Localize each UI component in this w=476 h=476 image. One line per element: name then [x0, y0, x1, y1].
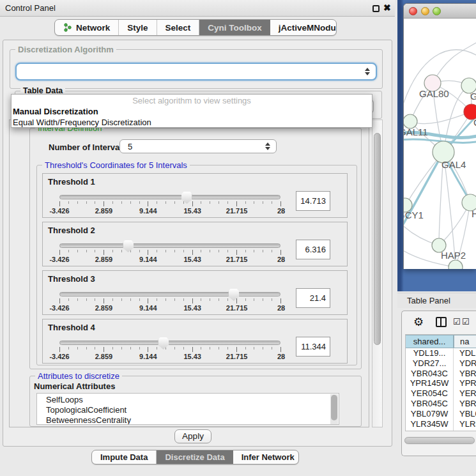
threshold-3-value-field[interactable]: 21.4 [296, 288, 330, 308]
table-row: YER054CYER0 [406, 388, 476, 399]
threshold-1-value-field[interactable]: 14.713 [296, 191, 330, 211]
list-scrollbar[interactable] [330, 394, 338, 424]
cyni-bottom-tabs: Impute Data Discretize Data Infer Networ… [91, 450, 299, 464]
algorithm-combobox[interactable] [15, 63, 377, 81]
table-row: YBR043CYBR0 [406, 369, 476, 379]
list-item[interactable]: SelfLoops [37, 395, 339, 405]
network-window-titlebar[interactable] [404, 4, 476, 19]
node-label-hap2: HAP2 [441, 250, 466, 261]
tab-network[interactable]: Network [55, 20, 119, 35]
table-header-row: shared... na [406, 335, 476, 348]
float-window-icon[interactable] [372, 5, 380, 12]
threshold-4-value-field[interactable]: 11.344 [296, 337, 330, 357]
tab-style[interactable]: Style [119, 20, 157, 35]
attributes-to-discretize-group: Attributes to discretize Numerical Attri… [29, 376, 362, 427]
select-none-checkbox-icon[interactable]: ☑ [462, 317, 470, 326]
tab-select[interactable]: Select [157, 20, 200, 35]
discretization-algorithm-group-title: Discretization Algorithm [15, 45, 116, 54]
slider-ticks [59, 201, 281, 206]
threshold-1-slider: -3.4262.8599.14415.4321.71528 [59, 195, 281, 215]
node-label-gal80: GAL80 [419, 88, 449, 99]
node-bottom[interactable] [449, 260, 463, 269]
node-label-cut-mid: C [473, 117, 476, 128]
network-canvas[interactable]: GAL80 GA C GAL11 GAL4 GCY1 H HAP2 [404, 19, 476, 269]
apply-button[interactable]: Apply [174, 429, 211, 443]
table-row: YLR345WYLR3 [406, 419, 476, 429]
node-label-gal11: GAL11 [404, 127, 428, 137]
column-header-name[interactable]: na [454, 335, 476, 348]
algorithm-option-manual[interactable]: Manual Discretization [12, 106, 372, 117]
interval-definition-group: Interval Definition Number of Intervals … [29, 128, 362, 369]
table-row: YBL079WYBL0 [406, 409, 476, 419]
slider-track[interactable] [59, 341, 280, 345]
node-label-gal4: GAL4 [441, 159, 466, 170]
combo-spinner-icon [365, 68, 370, 75]
threshold-2-label: Threshold 2 [48, 226, 95, 235]
mac-close-button[interactable] [409, 7, 417, 15]
table-row: YIL052CYIL0 [406, 429, 476, 431]
table-panel-title: Table Panel [407, 293, 450, 309]
scrollbar-thumb[interactable] [374, 133, 381, 345]
combo-spinner-icon [265, 142, 270, 150]
table-panel-window: ⚙ ☑ ☑ shared... na YDL19...YDL1 YDR27...… [401, 311, 476, 456]
gear-icon[interactable]: ⚙ [413, 315, 424, 329]
threshold-2-slider: -3.4262.8599.14415.4321.71528 [59, 243, 281, 263]
select-all-checkbox-icon[interactable]: ☑ [453, 317, 461, 326]
threshold-3-slider: -3.4262.8599.14415.4321.71528 [59, 292, 281, 312]
table-horizontal-scrollbar[interactable] [404, 436, 475, 445]
slider-track[interactable] [59, 292, 280, 296]
algorithm-prompt-item: Select algorithm to view settings [12, 95, 372, 106]
list-item[interactable]: TopologicalCoefficient [37, 405, 339, 415]
tab-jactivemnodules[interactable]: jActiveMNodules [270, 20, 337, 35]
algorithm-dropdown-popup: Select algorithm to view settings Manual… [11, 94, 372, 128]
tab-cyni-toolbox[interactable]: Cyni Toolbox [199, 20, 270, 35]
slider-track[interactable] [59, 243, 280, 248]
numerical-attributes-heading: Numerical Attributes [34, 381, 115, 391]
attributes-group-title: Attributes to discretize [35, 371, 122, 381]
network-view-frame: GAL80 GA C GAL11 GAL4 GCY1 H HAP2 [397, 0, 476, 291]
threshold-4-box: Threshold 4 -3.4262.8599.14415.4321.7152… [42, 319, 348, 364]
tab-impute-data[interactable]: Impute Data [92, 450, 157, 464]
table-row: YBR045CYBR0 [406, 399, 476, 409]
list-item[interactable]: BetweennessCentrality [37, 415, 339, 425]
column-header-shared-name[interactable]: shared... [406, 335, 454, 348]
slider-ticks [59, 298, 281, 303]
control-panel-titlebar: Control Panel ✖ [0, 0, 395, 17]
settings-scroll-viewport: Interval Definition Number of Intervals … [9, 119, 369, 427]
discretization-algorithm-group: Discretization Algorithm [10, 49, 383, 89]
threshold-1-box: Threshold 1 -3.4262.8599.14415.4321.7152… [42, 173, 348, 218]
network-icon [63, 23, 72, 32]
numerical-attributes-list[interactable]: SelfLoops TopologicalCoefficient Between… [36, 393, 339, 425]
threshold-3-box: Threshold 3 -3.4262.8599.14415.4321.7152… [42, 270, 348, 315]
window-title: Control Panel [5, 0, 56, 16]
cyni-toolbox-panel: Discretization Algorithm Select algorith… [3, 40, 392, 447]
table-row: YDL19...YDL1 [406, 348, 476, 358]
table-row: YPR145WYPR1 [406, 378, 476, 388]
table-toolbar: ⚙ ☑ ☑ [402, 311, 476, 333]
tab-infer-network[interactable]: Infer Network [233, 450, 299, 464]
scrollbar-thumb[interactable] [331, 395, 337, 420]
tab-discretize-data[interactable]: Discretize Data [157, 450, 233, 464]
mac-minimize-button[interactable] [421, 7, 429, 15]
slider-ticks [59, 250, 281, 255]
algorithm-option-equal-width[interactable]: Equal Width/Frequency Discretization [12, 117, 372, 128]
threshold-2-value-field[interactable]: 6.316 [296, 240, 330, 259]
threshold-4-slider: -3.4262.8599.14415.4321.71528 [59, 341, 281, 360]
node-label-cut-top: GA [470, 91, 476, 102]
scrollbar-thumb[interactable] [404, 437, 475, 444]
threshold-4-label: Threshold 4 [48, 323, 95, 332]
columns-icon[interactable] [436, 317, 447, 327]
number-of-intervals-label: Number of Intervals [49, 142, 127, 152]
table-row: YDR27...YDR2 [406, 358, 476, 369]
mac-zoom-button[interactable] [433, 7, 441, 15]
network-window: GAL80 GA C GAL11 GAL4 GCY1 H HAP2 [403, 3, 476, 269]
control-panel-tabs: Network Style Select Cyni Toolbox jActiv… [54, 19, 337, 36]
slider-track[interactable] [59, 195, 280, 199]
panel-scrollbar[interactable] [372, 119, 383, 427]
number-of-intervals-combobox[interactable]: 5 [119, 139, 277, 153]
close-icon[interactable]: ✖ [383, 3, 391, 13]
threshold-coordinates-group: Threshold's Coordinates for 5 Intervals … [36, 165, 357, 365]
threshold-3-label: Threshold 3 [48, 274, 95, 284]
slider-ticks [59, 347, 281, 352]
table-panel-titlebar: Table Panel [397, 293, 476, 308]
